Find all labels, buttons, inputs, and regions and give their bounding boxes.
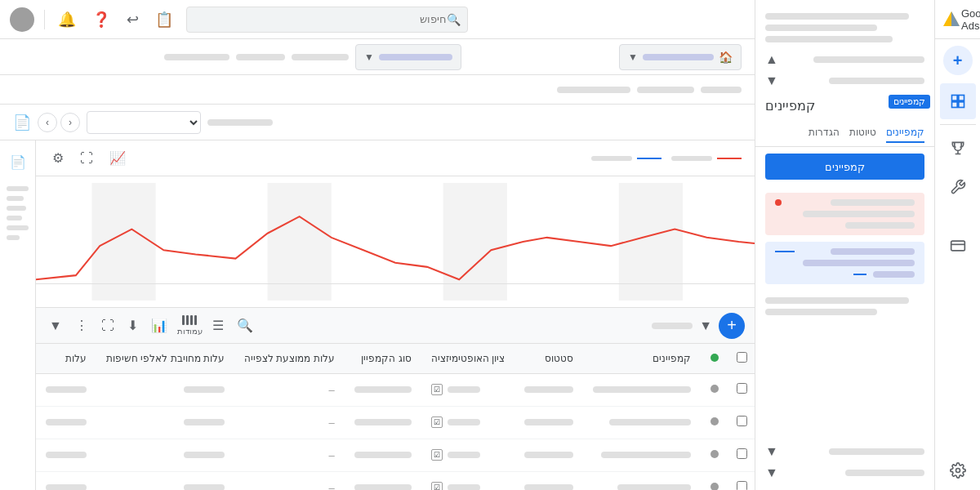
- left-doc-icon[interactable]: 📄: [3, 147, 33, 176]
- th-status-label[interactable]: סטטוס: [514, 344, 583, 373]
- td-campaign-2: [583, 406, 701, 439]
- row-checkbox-3[interactable]: [737, 448, 747, 459]
- sub-filter-1: [557, 87, 630, 93]
- nav-card-icon[interactable]: [940, 228, 976, 264]
- help-icon[interactable]: ❓: [89, 7, 114, 32]
- th-campaigns[interactable]: קמפיינים: [583, 344, 701, 373]
- td-checkbox-4[interactable]: [728, 471, 755, 490]
- download-icon[interactable]: ⬇: [124, 314, 141, 336]
- left-sidebar: 📄: [0, 140, 36, 490]
- row-checkbox-4[interactable]: [737, 481, 747, 490]
- date-range-dropdown[interactable]: ▼: [355, 44, 461, 70]
- table-search-icon[interactable]: 🔍: [234, 314, 256, 336]
- nav-tools-icon[interactable]: [940, 169, 976, 205]
- td-cpm-1: [96, 373, 234, 406]
- line-chart-svg: [36, 183, 755, 301]
- cpm-skeleton-3: [184, 452, 225, 458]
- user-avatar[interactable]: [10, 7, 34, 32]
- select-all-checkbox[interactable]: [737, 352, 747, 363]
- th-checkbox[interactable]: [728, 344, 755, 373]
- nav-campaigns-icon[interactable]: [940, 83, 976, 119]
- svg-point-8: [956, 469, 960, 473]
- notifications-icon[interactable]: 🔔: [55, 7, 79, 32]
- filter-skeleton-3: [292, 54, 349, 60]
- columns-button[interactable]: עמודות: [177, 315, 203, 336]
- search-icon: 🔍: [447, 13, 461, 26]
- add-campaign-button[interactable]: +: [943, 46, 973, 75]
- chevron-down-icon2: ▼: [765, 74, 778, 88]
- opt-skeleton-3: [448, 452, 480, 458]
- tab-drafts[interactable]: טיוטות: [849, 123, 876, 143]
- tab-settings[interactable]: הגדרות: [808, 123, 840, 143]
- td-status-val-1: [514, 373, 583, 406]
- cost-skeleton-4: [46, 484, 87, 490]
- optimize-icon-2: ☑: [431, 416, 443, 428]
- search-box[interactable]: 🔍: [186, 7, 468, 33]
- td-checkbox-1[interactable]: [728, 373, 755, 406]
- th-type[interactable]: סוג הקמפיין: [345, 344, 421, 373]
- th-optimization[interactable]: ציון האופטימיזציה: [421, 344, 514, 373]
- cpm-skeleton-2: [184, 419, 225, 425]
- account-dropdown[interactable]: ▼ 🏠: [619, 44, 742, 70]
- nav-forward-button[interactable]: ›: [60, 113, 80, 132]
- legend-label-blue: [591, 156, 632, 161]
- table-body: ☑ –: [36, 373, 755, 490]
- doc-icon[interactable]: 📄: [13, 114, 31, 131]
- nav-trophy-icon[interactable]: [940, 130, 976, 166]
- table-header: קמפיינים סטטוס ציון האופטימיזציה סוג הקמ…: [36, 344, 755, 373]
- chart-table-area: ⚙ ⛶ 📈: [36, 140, 755, 490]
- th-status[interactable]: [701, 344, 728, 373]
- filter-sliders-icon[interactable]: ⚙: [49, 147, 67, 169]
- undo-icon[interactable]: ↩: [123, 7, 142, 32]
- collapse-icon[interactable]: ▼: [46, 315, 65, 336]
- table-row: ☑ –: [36, 373, 755, 406]
- th-cost[interactable]: עלות: [36, 344, 96, 373]
- expand-chart-icon[interactable]: ⛶: [77, 148, 96, 169]
- chart-icon[interactable]: 📊: [148, 314, 171, 336]
- td-optimization-3: ☑: [421, 439, 514, 471]
- fullscreen-icon[interactable]: ⛶: [98, 315, 118, 336]
- tab-campaigns[interactable]: קמפיינים: [886, 123, 924, 143]
- opt-skeleton-2: [448, 419, 480, 425]
- panel-tabs: קמפיינים טיוטות הגדרות: [755, 120, 934, 147]
- more-options-icon[interactable]: ⋮: [72, 314, 91, 336]
- td-status-val-2: [514, 406, 583, 439]
- row-checkbox-2[interactable]: [737, 416, 747, 426]
- th-avg-cost[interactable]: עלות ממוצעת לצפייה: [234, 344, 345, 373]
- row-checkbox-1[interactable]: [737, 383, 747, 394]
- panel-toggle-bottom2[interactable]: ▼: [755, 462, 934, 483]
- th-cpm[interactable]: עלות מחויבת לאלפי חשיפות: [96, 344, 234, 373]
- google-ads-logo: [942, 10, 961, 29]
- bookmark-icon[interactable]: 📋: [152, 7, 176, 32]
- td-status-3: [701, 439, 728, 471]
- td-optimization-4: ☑: [421, 471, 514, 490]
- search-input[interactable]: [194, 13, 447, 25]
- header-divider-1: [44, 10, 45, 29]
- main-content-area: 🔔 ❓ ↩ 📋 🔍 ▼ ▼ 🏠: [0, 0, 755, 490]
- td-cost-4: [36, 471, 96, 490]
- home-icon: 🏠: [719, 51, 733, 64]
- table-toolbar: ▼ ⋮ ⛶ ⬇ 📊 עמודות ☰: [36, 308, 755, 344]
- td-type-2: [345, 406, 421, 439]
- nav-arrows: ‹ ›: [38, 113, 80, 132]
- add-row-button[interactable]: +: [719, 313, 745, 339]
- view-select[interactable]: [87, 111, 201, 134]
- panel-toggle-bottom1[interactable]: ▼: [755, 441, 934, 462]
- td-checkbox-2[interactable]: [728, 406, 755, 439]
- campaign-name-skeleton-2: [609, 419, 691, 425]
- panel-toggle-up[interactable]: ▲: [755, 49, 934, 70]
- nav-back-button[interactable]: ‹: [38, 113, 57, 132]
- table-filter-icon[interactable]: ▼: [699, 318, 712, 333]
- status-val-skeleton-3: [524, 452, 573, 458]
- top-header: 🔔 ❓ ↩ 📋 🔍: [0, 0, 755, 39]
- td-type-3: [345, 439, 421, 471]
- td-checkbox-3[interactable]: [728, 439, 755, 471]
- legend-item-red: [671, 156, 742, 161]
- panel-toggle-mid[interactable]: ▼: [755, 70, 934, 91]
- align-icon[interactable]: ☰: [209, 314, 227, 336]
- campaigns-main-button[interactable]: קמפיינים: [765, 154, 924, 180]
- line-chart-icon[interactable]: 📈: [106, 147, 129, 169]
- sub-filter-3: [701, 87, 742, 93]
- nav-settings-icon[interactable]: [940, 452, 976, 488]
- chevron-up-icon: ▲: [765, 52, 778, 67]
